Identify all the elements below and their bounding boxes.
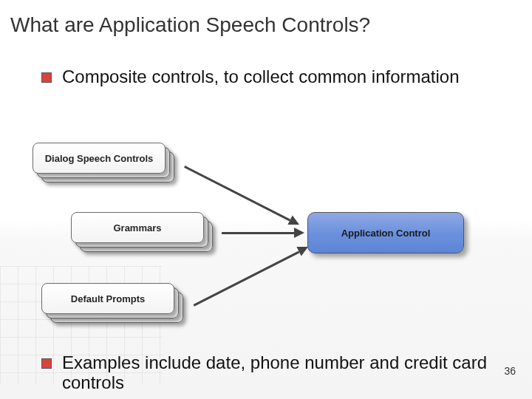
bullet-text: Examples include date, phone number and … (62, 352, 502, 393)
bullet-item-1: Composite controls, to collect common in… (0, 66, 532, 87)
slide-title: What are Application Speech Controls? (0, 0, 532, 37)
dialog-label: Dialog Speech Controls (45, 153, 154, 164)
grammars-label: Grammars (113, 222, 161, 233)
prompts-label: Default Prompts (71, 293, 145, 304)
application-control-label: Application Control (341, 228, 431, 239)
page-number: 36 (504, 365, 516, 377)
bullet-icon (41, 358, 52, 369)
bullet-icon (41, 72, 52, 83)
stacked-card-front: Dialog Speech Controls (33, 143, 166, 174)
stacked-card-front: Default Prompts (41, 283, 174, 314)
bullet-text: Composite controls, to collect common in… (62, 66, 460, 87)
bullet-item-2: Examples include date, phone number and … (0, 352, 532, 393)
application-control-box: Application Control (307, 212, 464, 253)
diagram-area: Dialog Speech Controls Grammars Default … (0, 129, 532, 351)
dialog-speech-controls-stack: Dialog Speech Controls (33, 143, 180, 188)
grammars-stack: Grammars (71, 212, 219, 258)
default-prompts-stack: Default Prompts (41, 283, 189, 329)
stacked-card-front: Grammars (71, 212, 204, 243)
